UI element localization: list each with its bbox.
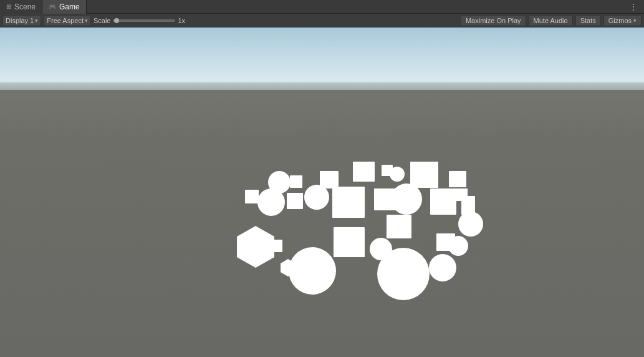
tab-more-button[interactable]: ⋮	[626, 2, 641, 12]
svg-rect-26	[387, 215, 411, 238]
tab-scene[interactable]: ⊞ Scene	[0, 0, 42, 14]
stats-label: Stats	[580, 17, 596, 24]
scene-objects	[0, 27, 644, 357]
svg-point-29	[429, 254, 456, 281]
svg-rect-20	[270, 240, 282, 252]
mute-label: Mute Audio	[534, 17, 568, 24]
svg-rect-11	[287, 193, 303, 209]
scale-value: 1x	[178, 17, 185, 24]
scale-slider[interactable]	[113, 19, 175, 22]
svg-rect-4	[353, 162, 375, 182]
svg-rect-2	[290, 175, 302, 188]
svg-rect-16	[430, 188, 456, 215]
svg-point-28	[448, 236, 468, 256]
tab-game[interactable]: 🎮 Game	[42, 0, 87, 14]
display-chevron-icon: ▾	[35, 17, 38, 24]
scene-tab-icon: ⊞	[6, 3, 11, 10]
svg-rect-23	[334, 227, 365, 257]
svg-rect-8	[449, 171, 466, 187]
svg-point-25	[370, 238, 392, 260]
tab-bar: ⊞ Scene 🎮 Game ⋮	[0, 0, 644, 14]
scale-thumb	[114, 18, 119, 23]
svg-rect-13	[332, 187, 365, 218]
gizmos-button[interactable]: Gizmos ▾	[603, 15, 642, 26]
gizmos-label: Gizmos	[608, 17, 632, 24]
display-label: Display 1	[6, 17, 34, 24]
svg-point-15	[391, 183, 422, 215]
mute-audio-button[interactable]: Mute Audio	[529, 15, 573, 26]
aspect-chevron-icon: ▾	[85, 17, 88, 24]
maximize-on-play-button[interactable]: Maximize On Play	[461, 15, 526, 26]
svg-point-12	[304, 185, 329, 210]
scale-container: Scale 1x	[94, 17, 185, 24]
svg-rect-7	[410, 162, 438, 188]
svg-point-22	[289, 247, 336, 295]
game-viewport	[0, 27, 644, 357]
maximize-label: Maximize On Play	[466, 17, 521, 24]
tab-bar-right: ⋮	[626, 2, 644, 12]
svg-point-10	[257, 188, 285, 216]
toolbar-right: Maximize On Play Mute Audio Stats Gizmos…	[461, 15, 642, 26]
game-tab-icon: 🎮	[49, 3, 56, 10]
svg-rect-3	[320, 171, 339, 188]
stats-button[interactable]: Stats	[575, 15, 601, 26]
aspect-label: Free Aspect	[47, 17, 84, 24]
svg-marker-19	[237, 226, 274, 268]
aspect-dropdown[interactable]: Free Aspect ▾	[44, 15, 91, 26]
scene-tab-label: Scene	[14, 2, 36, 11]
svg-point-18	[458, 212, 483, 237]
toolbar: Display 1 ▾ Free Aspect ▾ Scale 1x Maxim…	[0, 14, 644, 27]
svg-point-6	[390, 167, 405, 182]
gizmos-chevron-icon: ▾	[633, 17, 637, 24]
scale-label: Scale	[94, 17, 111, 24]
game-tab-label: Game	[59, 2, 80, 11]
svg-rect-0	[245, 190, 259, 203]
display-dropdown[interactable]: Display 1 ▾	[2, 15, 41, 26]
